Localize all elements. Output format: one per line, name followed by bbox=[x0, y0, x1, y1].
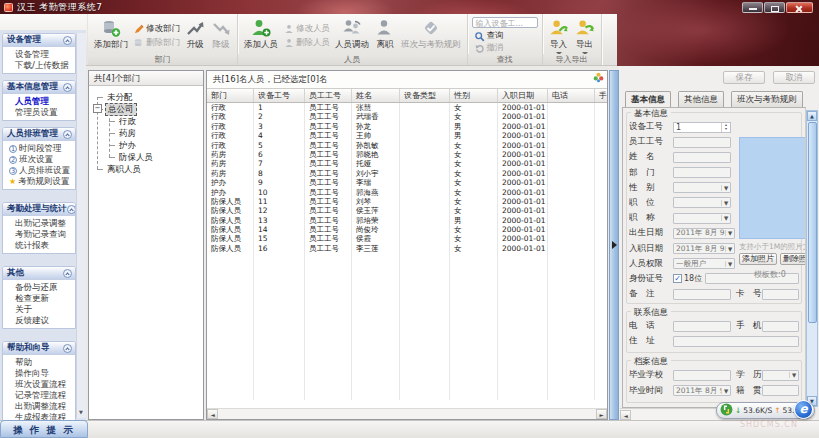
table-row[interactable]: 护办10员工工号郭海燕女2000-01-01 bbox=[207, 188, 607, 197]
sidebar-item[interactable]: 下载/上传数据 bbox=[3, 60, 75, 71]
save-button[interactable]: 保存 bbox=[723, 71, 765, 84]
downgrade-button[interactable]: 降级 bbox=[208, 17, 234, 52]
privilege-select[interactable]: 一般用户▼ bbox=[673, 258, 735, 269]
sidebar-item[interactable]: 统计报表 bbox=[3, 240, 75, 251]
sidebar-item[interactable]: 考勤记录查询 bbox=[3, 229, 75, 240]
table-row[interactable]: 药房7员工工号托娅女2000-01-01 bbox=[207, 159, 607, 168]
device-id-spinner[interactable]: 1▴▾ bbox=[673, 122, 731, 133]
undo-button[interactable]: 撤消 bbox=[472, 42, 506, 54]
sidebar-section-header[interactable]: 人员排班管理 bbox=[3, 128, 75, 141]
table-row[interactable]: 行政2员工工号武瑞香女2000-01-01 bbox=[207, 112, 607, 121]
collapse-chevron-icon[interactable] bbox=[63, 344, 72, 353]
sidebar-item[interactable]: 关于 bbox=[3, 304, 75, 315]
table-row[interactable]: 防保人员16员工工号李三莲女2000-01-01 bbox=[207, 244, 607, 253]
sidebar-item[interactable]: 出勤记录调整 bbox=[3, 218, 75, 229]
close-button[interactable] bbox=[786, 2, 813, 13]
collapse-chevron-icon[interactable] bbox=[67, 205, 76, 214]
add-photo-button[interactable]: 添加照片 bbox=[739, 253, 777, 265]
table-row[interactable]: 防保人员15员工工号侯霞女2000-01-01 bbox=[207, 234, 607, 243]
detail-vscrollbar[interactable]: ▲ ▼ bbox=[806, 110, 818, 407]
gender-select[interactable]: ▼ bbox=[673, 182, 731, 193]
upgrade-button[interactable]: 升级 bbox=[182, 17, 208, 52]
sidebar-item[interactable]: 3人员排班设置 bbox=[3, 165, 75, 176]
browser-e-icon[interactable]: e bbox=[794, 400, 813, 419]
person-transfer-button[interactable]: 人员调动 bbox=[332, 17, 372, 52]
sidebar-item[interactable]: 设备管理 bbox=[3, 49, 75, 60]
sidebar-item[interactable]: 班次设置流程 bbox=[3, 379, 75, 390]
school-field[interactable] bbox=[673, 370, 731, 381]
table-row[interactable]: 行政4员工工号王帅男2000-01-01 bbox=[207, 131, 607, 140]
sidebar-item[interactable]: ★考勤规则设置 bbox=[3, 176, 75, 187]
column-header[interactable]: 姓名 bbox=[352, 89, 400, 102]
sidebar-item[interactable]: 出勤调整流程 bbox=[3, 401, 75, 412]
collapse-chevron-icon[interactable] bbox=[63, 83, 72, 92]
delete-department-button[interactable]: 删除部门 bbox=[131, 37, 182, 49]
collapse-chevron-icon[interactable] bbox=[63, 130, 72, 139]
tree-node[interactable]: 总公司 bbox=[89, 103, 203, 115]
table-row[interactable]: 行政3员工工号孙龙男2000-01-01 bbox=[207, 122, 607, 131]
note-field[interactable] bbox=[673, 289, 731, 300]
tree-node[interactable]: 药房 bbox=[89, 127, 203, 139]
column-header[interactable]: 入职日期 bbox=[498, 89, 548, 102]
minimize-button[interactable] bbox=[742, 2, 763, 13]
card-number-field[interactable] bbox=[762, 289, 799, 300]
tree-node[interactable]: 未分配 bbox=[89, 91, 203, 103]
hire-date-select[interactable]: 2011年 8月 9日▼ bbox=[673, 243, 735, 254]
job-title-select[interactable]: ▼ bbox=[673, 213, 731, 224]
table-row[interactable]: 防保人员13员工工号郭培荣男2000-01-01 bbox=[207, 216, 607, 225]
import-button[interactable]: 导入 bbox=[546, 17, 572, 56]
sidebar-item[interactable]: 操作向导 bbox=[3, 368, 75, 379]
scroll-up-icon[interactable]: ▲ bbox=[807, 111, 817, 121]
splitter-collapse-icon[interactable] bbox=[612, 241, 617, 249]
panel-splitter[interactable] bbox=[609, 70, 619, 420]
sidebar-item[interactable]: 帮助 bbox=[3, 357, 75, 368]
maximize-button[interactable] bbox=[764, 2, 785, 13]
table-row[interactable]: 防保人员14员工工号尚俊玲女2000-01-01 bbox=[207, 225, 607, 234]
tab-other-info[interactable]: 其他信息 bbox=[678, 91, 724, 107]
tree-node[interactable]: 行政 bbox=[89, 115, 203, 127]
table-row[interactable]: 行政1员工工号张慧女2000-01-01 bbox=[207, 103, 607, 112]
sidebar-item[interactable]: 1时间段管理 bbox=[3, 143, 75, 154]
delete-photo-button[interactable]: 删除照片 bbox=[780, 253, 806, 265]
sidebar-item[interactable]: 记录管理流程 bbox=[3, 390, 75, 401]
table-row[interactable]: 行政5员工工号孙凯敏女2000-01-01 bbox=[207, 141, 607, 150]
export-button[interactable]: 导出 bbox=[572, 17, 598, 56]
table-row[interactable]: 护办9员工工号李瑞女2000-01-01 bbox=[207, 178, 607, 187]
table-row[interactable]: 防保人员11员工工号刘琴女2000-01-01 bbox=[207, 197, 607, 206]
column-header[interactable]: 性别 bbox=[450, 89, 498, 102]
person-leave-button[interactable]: 离职 bbox=[372, 17, 398, 52]
device-id-search-input[interactable]: 输入设备工... bbox=[472, 17, 538, 28]
sidebar-item[interactable]: 备份与还原 bbox=[3, 282, 75, 293]
sidebar-section-header[interactable]: 帮助和向导 bbox=[3, 342, 75, 355]
graduation-date-select[interactable]: 2011年 8月 9日▼ bbox=[673, 385, 731, 396]
edit-person-button[interactable]: 修改人员 bbox=[281, 23, 332, 35]
tab-shift-rules[interactable]: 班次与考勤规则 bbox=[731, 91, 803, 107]
column-header[interactable]: 电话 bbox=[548, 89, 595, 102]
tree-node[interactable]: 防保人员 bbox=[89, 151, 203, 163]
scroll-down-icon[interactable]: ▼ bbox=[79, 409, 83, 415]
shift-rules-button[interactable]: 班次与考勤规则 bbox=[398, 17, 464, 52]
employee-id-field[interactable] bbox=[673, 137, 731, 148]
position-select[interactable]: ▼ bbox=[673, 197, 731, 208]
education-select[interactable]: ▼ bbox=[762, 370, 799, 381]
cancel-button[interactable]: 取消 bbox=[773, 71, 815, 84]
delete-person-button[interactable]: 删除人员 bbox=[281, 37, 332, 49]
sidebar-item[interactable]: 2班次设置 bbox=[3, 154, 75, 165]
sidebar-section-header[interactable]: 基本信息管理 bbox=[3, 81, 75, 94]
scroll-left-icon[interactable]: ◄ bbox=[620, 410, 631, 420]
sidebar-section-header[interactable]: 其他 bbox=[3, 267, 75, 280]
sidebar-section-header[interactable]: 设备管理 bbox=[3, 34, 75, 47]
query-button[interactable]: 查询 bbox=[472, 30, 506, 42]
native-place-field[interactable] bbox=[762, 385, 799, 396]
phone-field[interactable] bbox=[673, 321, 731, 332]
tab-basic-info[interactable]: 基本信息 bbox=[625, 91, 671, 107]
tree-node[interactable]: 离职人员 bbox=[89, 163, 203, 175]
table-row[interactable]: 药房8员工工号刘小宇女2000-01-01 bbox=[207, 169, 607, 178]
scrollbar-thumb[interactable] bbox=[808, 122, 817, 323]
add-person-button[interactable]: 添加人员 bbox=[241, 17, 281, 52]
add-department-button[interactable]: 添加部门 bbox=[91, 17, 131, 52]
column-header[interactable]: 员工工号 bbox=[305, 89, 352, 102]
edit-department-button[interactable]: 修改部门 bbox=[131, 23, 182, 35]
mobile-field[interactable] bbox=[762, 321, 799, 332]
sidebar-item[interactable]: 人员管理 bbox=[3, 96, 75, 107]
